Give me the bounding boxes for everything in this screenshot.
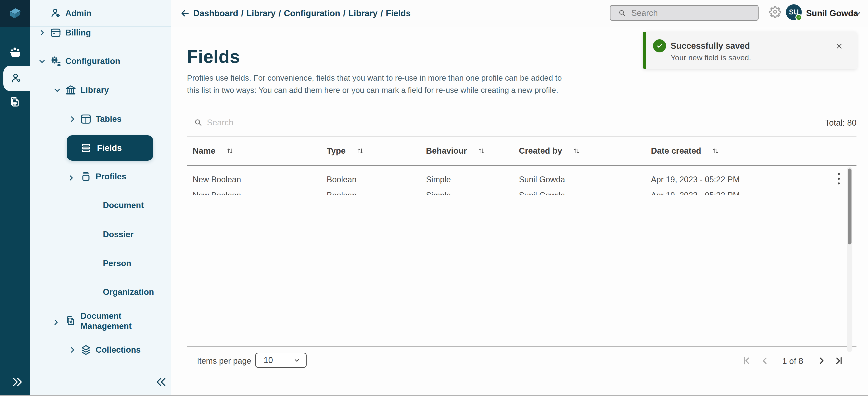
breadcrumb-separator: / bbox=[279, 8, 281, 18]
chevron-right-icon bbox=[38, 29, 46, 37]
pagination-divider bbox=[187, 346, 857, 346]
global-search bbox=[610, 5, 758, 21]
sidebar-item-label: Admin bbox=[65, 8, 91, 18]
sidebar-item-label: Dossier bbox=[103, 230, 134, 239]
chevron-down-icon bbox=[53, 317, 61, 325]
sidebar-item-tables[interactable]: Tables bbox=[68, 109, 121, 129]
toast-message: Your new field is saved. bbox=[671, 53, 751, 62]
breadcrumb-separator: / bbox=[380, 8, 383, 18]
column-header-date-created[interactable]: Date created bbox=[645, 146, 829, 156]
sidebar-item-person[interactable]: Person bbox=[103, 253, 131, 273]
sidebar-item-library[interactable]: Library bbox=[53, 80, 109, 100]
sidebar-item-document-management[interactable]: Document Management bbox=[53, 311, 155, 331]
column-header-behaviour[interactable]: Behaviour bbox=[420, 146, 513, 156]
table-row-clipped[interactable]: New Boolean Boolean Simple Sunil Gowda A… bbox=[187, 182, 857, 195]
breadcrumb-segment[interactable]: Library bbox=[246, 8, 276, 18]
sidebar-item-label: Configuration bbox=[65, 57, 120, 66]
settings-button[interactable] bbox=[768, 5, 782, 19]
rail-item-admin-active[interactable] bbox=[10, 72, 22, 85]
sidebar-item-dossier[interactable]: Dossier bbox=[103, 224, 134, 245]
brand-logo-block[interactable] bbox=[0, 0, 30, 27]
first-page-icon bbox=[741, 355, 752, 366]
items-per-page-select[interactable]: 10 bbox=[255, 353, 307, 368]
total-count: Total: 80 bbox=[630, 118, 857, 128]
gear-list-icon bbox=[50, 55, 62, 67]
credit-card-icon bbox=[50, 27, 62, 39]
sidebar-item-label: Library bbox=[81, 86, 109, 95]
sort-icon[interactable] bbox=[478, 147, 485, 155]
cell-name: New Boolean bbox=[187, 191, 321, 195]
rail-item-documents[interactable] bbox=[8, 95, 22, 109]
sort-icon[interactable] bbox=[573, 147, 580, 155]
people-icon bbox=[8, 46, 22, 60]
arrow-left-icon bbox=[180, 8, 190, 19]
previous-page-button[interactable] bbox=[760, 355, 770, 366]
chevron-down-icon bbox=[38, 57, 46, 65]
chevron-down-icon bbox=[294, 357, 300, 363]
sidebar-item-label: Collections bbox=[96, 345, 141, 355]
toast-body: Successfully saved Your new field is sav… bbox=[646, 32, 857, 69]
table-header-row: Name Type Behaviour bbox=[187, 136, 857, 165]
close-icon[interactable] bbox=[835, 42, 843, 50]
brand-logo-icon bbox=[7, 5, 23, 22]
stack-box-icon bbox=[80, 170, 92, 183]
page-title: Fields bbox=[187, 46, 240, 67]
breadcrumb-segment[interactable]: Configuration bbox=[284, 8, 340, 18]
document-gear-icon bbox=[65, 315, 77, 327]
last-page-button[interactable] bbox=[833, 355, 844, 366]
sidebar-item-organization[interactable]: Organization bbox=[103, 282, 154, 302]
sort-icon[interactable] bbox=[226, 147, 234, 155]
breadcrumb-segment[interactable]: Library bbox=[348, 8, 378, 18]
toast-notification: Successfully saved Your new field is sav… bbox=[643, 32, 857, 69]
back-button[interactable] bbox=[180, 8, 190, 19]
next-page-button[interactable] bbox=[816, 355, 827, 366]
sidebar-item-profiles[interactable]: Profiles bbox=[68, 166, 126, 187]
global-search-input[interactable] bbox=[631, 6, 754, 21]
column-header-type[interactable]: Type bbox=[321, 146, 420, 156]
main-content: Fields Profiles use fields. For convenie… bbox=[171, 27, 868, 396]
sidebar-item-configuration[interactable]: Configuration bbox=[38, 51, 120, 71]
last-page-icon bbox=[833, 355, 844, 366]
breadcrumb-segment[interactable]: Dashboard bbox=[193, 8, 238, 18]
sidebar-item-document[interactable]: Document bbox=[103, 195, 144, 216]
table-scrollbar-thumb[interactable] bbox=[848, 168, 851, 244]
chevron-right-icon bbox=[68, 346, 76, 354]
column-header-created-by[interactable]: Created by bbox=[513, 146, 645, 156]
first-page-button[interactable] bbox=[741, 355, 752, 366]
window-bottom-edge bbox=[0, 395, 868, 396]
user-name[interactable]: Sunil Gowda bbox=[806, 0, 858, 27]
cell-behaviour: Simple bbox=[420, 191, 513, 195]
table-search bbox=[207, 115, 347, 130]
sort-icon[interactable] bbox=[356, 147, 364, 155]
page-description: Profiles use fields. For convenience, fi… bbox=[187, 72, 567, 96]
items-per-page-label: Items per page bbox=[197, 356, 251, 366]
sidebar-item-label: Document Management bbox=[81, 311, 155, 331]
sidebar-item-collections[interactable]: Collections bbox=[68, 340, 141, 360]
items-per-page-value: 10 bbox=[264, 356, 273, 365]
table-icon bbox=[80, 113, 92, 125]
toast-title: Successfully saved bbox=[671, 41, 750, 51]
column-header-name[interactable]: Name bbox=[187, 146, 321, 156]
documents-icon bbox=[8, 95, 22, 109]
sidebar-item-label: Billing bbox=[65, 28, 91, 37]
cell-type: Boolean bbox=[321, 191, 420, 195]
rows-icon bbox=[80, 142, 92, 154]
breadcrumb: Dashboard / Library / Configuration / Li… bbox=[193, 0, 411, 27]
search-icon bbox=[194, 118, 203, 127]
sort-icon[interactable] bbox=[712, 147, 719, 155]
rail-item-people[interactable] bbox=[8, 46, 22, 60]
double-chevron-left-icon bbox=[154, 375, 167, 389]
breadcrumb-segment[interactable]: Fields bbox=[386, 8, 411, 18]
chevron-right-icon bbox=[68, 115, 76, 123]
app-screen: Admin Billing Configuration bbox=[0, 0, 868, 396]
sidebar-item-label: Organization bbox=[103, 287, 154, 297]
sidebar-item-billing[interactable]: Billing bbox=[38, 23, 91, 43]
rail-expand-button[interactable] bbox=[11, 375, 24, 389]
user-menu-chevron-icon[interactable] bbox=[854, 10, 861, 17]
status-badge bbox=[796, 14, 802, 21]
sidebar-item-admin[interactable]: Admin bbox=[38, 3, 91, 24]
sidebar-collapse-button[interactable] bbox=[154, 375, 167, 389]
table-search-input[interactable] bbox=[207, 115, 347, 130]
sidebar-item-fields-active[interactable]: Fields bbox=[67, 135, 153, 161]
topbar: Dashboard / Library / Configuration / Li… bbox=[171, 0, 868, 27]
